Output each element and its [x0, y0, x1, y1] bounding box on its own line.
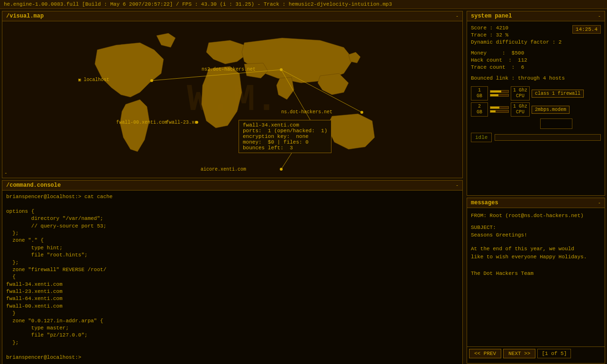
left-column: /visual.map - W.M.: [0, 9, 465, 364]
ddf-label: Dynamic difficulty factor :: [471, 39, 559, 45]
score-label: Score :: [471, 25, 496, 31]
hack-row: Hack count : 112: [471, 57, 601, 63]
score-value: 4210: [496, 25, 508, 31]
messages-header: messages -: [467, 198, 605, 208]
hw-cpu-2: 1 Ghz CPU: [511, 102, 530, 117]
node-ns[interactable]: [360, 111, 363, 114]
node-aicore[interactable]: [280, 168, 283, 171]
hw-bar-fill-2a: [490, 107, 499, 109]
hw-bar-2a: [490, 106, 509, 109]
status-progress-bar: [495, 134, 601, 141]
messages-minimize[interactable]: -: [598, 200, 601, 206]
console-header: /command.console -: [2, 181, 462, 191]
map-container: W.M.: [2, 21, 462, 178]
page-indicator: [1 of 5]: [537, 349, 571, 358]
hw-row-2: 2 GB 1 Ghz CPU 2mbps.modem: [471, 102, 601, 117]
label-aicore: aicore.xenti.com: [201, 167, 246, 172]
africa: [202, 66, 242, 128]
msg-from: FROM: Root (root@ns.dot-hackers.net): [471, 212, 601, 220]
ddf-value: 2: [559, 39, 562, 45]
south-america: [120, 100, 149, 152]
trace-label: Trace :: [471, 32, 496, 38]
prev-button[interactable]: << PREV: [469, 349, 501, 358]
label-fwall23: fwall-23.xe: [166, 120, 197, 125]
node-ns2[interactable]: [280, 68, 283, 71]
map-tooltip-fwall34: fwall-34.xenti.com ports: 1 (open/hacked…: [239, 120, 331, 153]
hw-component-1: class 1 firewall: [532, 90, 584, 98]
hack-value: 112: [518, 57, 527, 63]
ddf-row: Dynamic difficulty factor : 2: [471, 39, 601, 45]
messages-footer: << PREV NEXT >> [1 of 5]: [467, 346, 605, 360]
system-panel: system panel - 14:25.4 Score : 4210 Trac…: [467, 11, 605, 196]
india: [276, 77, 294, 100]
title-bar: he.engine-1.00.0083.full [Build : May 6 …: [0, 0, 607, 9]
command-console-panel: /command.console - brianspencer@localhos…: [2, 180, 463, 364]
north-america: [95, 43, 164, 97]
hw-bar-fill-2b: [490, 110, 496, 112]
msg-body: At the end of this year, we would like t…: [471, 245, 601, 278]
hw-dark-box: [540, 118, 572, 129]
trace-value: 32 %: [496, 32, 508, 38]
score-row: 14:25.4 Score : 4210: [471, 25, 601, 31]
node-localhost[interactable]: [150, 79, 153, 82]
money-value: $500: [512, 50, 524, 56]
bounced-label: Bounced link : through 4 hosts: [471, 75, 565, 81]
label-ns: ns.dot-hackers.net: [281, 109, 332, 115]
hw-row-3: [471, 118, 601, 129]
hw-cpu-1: 1 Ghz CPU: [511, 86, 530, 100]
system-header: system panel -: [467, 11, 605, 21]
visual-map-minimize[interactable]: -: [456, 14, 459, 19]
australia: [329, 114, 375, 149]
label-fwall00: fwall-00.xenti.com: [116, 120, 167, 125]
console-content[interactable]: brianspencer@localhost:> cat cache optio…: [2, 191, 462, 361]
visual-map-panel: /visual.map - W.M.: [2, 11, 463, 178]
system-minimize[interactable]: -: [598, 14, 601, 19]
money-label: Money: [471, 50, 487, 56]
system-title: system panel: [471, 13, 512, 19]
label-localhost: ▣ localhost: [78, 77, 109, 82]
hw-bars-2: [490, 106, 509, 113]
label-ns2: ns2.dot-hackers.net: [202, 67, 256, 72]
hw-mem-1: 1 GB: [471, 86, 488, 100]
europe: [206, 40, 247, 64]
hw-bar-fill-1a: [490, 91, 501, 92]
messages-panel: messages - FROM: Root (root@ns.dot-hacke…: [467, 198, 605, 364]
console-minimize[interactable]: -: [456, 183, 459, 188]
trace-count-label: Trace count: [471, 64, 506, 70]
trace-count-value: 6: [521, 64, 524, 70]
greenland: [156, 33, 175, 47]
world-map-svg: [2, 21, 462, 178]
next-button[interactable]: NEXT >>: [503, 349, 535, 358]
hw-mem-2: 2 GB: [471, 102, 488, 117]
hw-bar-2b: [490, 110, 509, 113]
system-content: 14:25.4 Score : 4210 Trace : 32 % Dynami…: [467, 21, 605, 146]
hw-bar-fill-1b: [490, 94, 498, 96]
money-row: Money : $500: [471, 50, 601, 56]
title-text: he.engine-1.00.0083.full [Build : May 6 …: [4, 1, 392, 7]
right-column: system panel - 14:25.4 Score : 4210 Trac…: [465, 9, 607, 364]
hw-bar-1b: [490, 94, 509, 97]
map-minus-btn[interactable]: -: [4, 170, 8, 176]
console-title: /command.console: [6, 182, 61, 189]
system-time: 14:25.4: [572, 25, 601, 34]
status-label: idle: [471, 133, 492, 142]
messages-title: messages: [471, 200, 498, 206]
hw-bars-1: [490, 90, 509, 97]
msg-subject: Seasons Greetings!: [471, 231, 601, 239]
hack-label: Hack count: [471, 57, 502, 63]
hw-row-1: 1 GB 1 Ghz CPU class 1 firewall: [471, 86, 601, 100]
trace-count-row: Trace count : 6: [471, 64, 601, 70]
japan: [349, 52, 360, 63]
main-layout: /visual.map - W.M.: [0, 9, 607, 364]
status-row: idle: [471, 133, 601, 142]
msg-subject-label: SUBJECT:: [471, 224, 601, 232]
visual-map-header: /visual.map -: [2, 11, 462, 21]
messages-content: FROM: Root (root@ns.dot-hackers.net) SUB…: [467, 208, 605, 346]
hw-component-2: 2mbps.modem: [532, 106, 570, 114]
bounced-row: Bounced link : through 4 hosts: [471, 75, 601, 81]
visual-map-title: /visual.map: [6, 13, 44, 19]
hw-bar-1a: [490, 90, 509, 93]
